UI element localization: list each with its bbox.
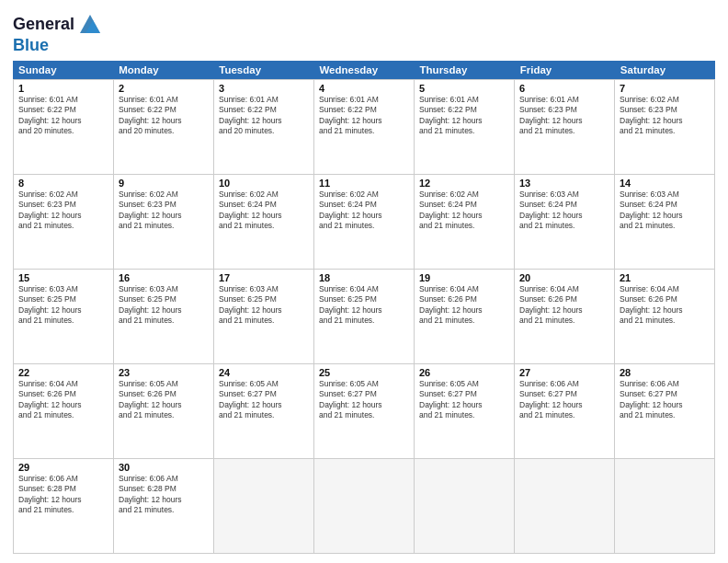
day-info: Sunrise: 6:05 AM Sunset: 6:27 PM Dayligh… bbox=[219, 379, 309, 421]
calendar-day-26: 26Sunrise: 6:05 AM Sunset: 6:27 PM Dayli… bbox=[415, 364, 515, 458]
day-number: 5 bbox=[419, 83, 509, 94]
day-info: Sunrise: 6:05 AM Sunset: 6:27 PM Dayligh… bbox=[419, 379, 509, 421]
calendar-day-6: 6Sunrise: 6:01 AM Sunset: 6:23 PM Daylig… bbox=[515, 80, 615, 174]
day-number: 28 bbox=[620, 367, 710, 378]
calendar-day-27: 27Sunrise: 6:06 AM Sunset: 6:27 PM Dayli… bbox=[515, 364, 615, 458]
calendar-day-20: 20Sunrise: 6:04 AM Sunset: 6:26 PM Dayli… bbox=[515, 270, 615, 363]
calendar-day-13: 13Sunrise: 6:03 AM Sunset: 6:24 PM Dayli… bbox=[515, 175, 615, 269]
day-info: Sunrise: 6:02 AM Sunset: 6:24 PM Dayligh… bbox=[419, 190, 509, 232]
weekday-header: Friday bbox=[515, 61, 615, 79]
day-info: Sunrise: 6:01 AM Sunset: 6:22 PM Dayligh… bbox=[18, 95, 108, 137]
day-info: Sunrise: 6:01 AM Sunset: 6:22 PM Dayligh… bbox=[419, 95, 509, 137]
calendar-empty-cell bbox=[314, 459, 415, 553]
day-number: 24 bbox=[219, 367, 309, 378]
day-number: 20 bbox=[519, 272, 609, 283]
day-info: Sunrise: 6:02 AM Sunset: 6:23 PM Dayligh… bbox=[620, 95, 710, 137]
day-info: Sunrise: 6:04 AM Sunset: 6:26 PM Dayligh… bbox=[18, 379, 108, 421]
calendar-row: 22Sunrise: 6:04 AM Sunset: 6:26 PM Dayli… bbox=[14, 364, 715, 459]
day-number: 21 bbox=[620, 272, 710, 283]
weekday-header: Tuesday bbox=[213, 61, 313, 79]
header: General Blue bbox=[13, 9, 715, 55]
day-number: 3 bbox=[219, 83, 309, 94]
calendar-day-5: 5Sunrise: 6:01 AM Sunset: 6:22 PM Daylig… bbox=[415, 80, 515, 174]
day-number: 23 bbox=[119, 367, 209, 378]
calendar-day-18: 18Sunrise: 6:04 AM Sunset: 6:25 PM Dayli… bbox=[314, 270, 415, 363]
logo: General Blue bbox=[13, 13, 104, 55]
day-number: 12 bbox=[419, 178, 509, 189]
day-number: 4 bbox=[319, 83, 409, 94]
day-number: 1 bbox=[18, 83, 108, 94]
day-info: Sunrise: 6:03 AM Sunset: 6:24 PM Dayligh… bbox=[519, 190, 609, 232]
day-info: Sunrise: 6:03 AM Sunset: 6:24 PM Dayligh… bbox=[620, 190, 710, 232]
calendar-day-7: 7Sunrise: 6:02 AM Sunset: 6:23 PM Daylig… bbox=[615, 80, 715, 174]
weekday-header: Sunday bbox=[13, 61, 113, 79]
day-number: 9 bbox=[119, 178, 209, 189]
day-info: Sunrise: 6:02 AM Sunset: 6:23 PM Dayligh… bbox=[18, 190, 108, 232]
day-info: Sunrise: 6:04 AM Sunset: 6:26 PM Dayligh… bbox=[419, 284, 509, 327]
weekday-header: Saturday bbox=[615, 61, 715, 79]
day-number: 27 bbox=[519, 367, 609, 378]
day-number: 16 bbox=[119, 272, 209, 283]
day-info: Sunrise: 6:03 AM Sunset: 6:25 PM Dayligh… bbox=[18, 284, 108, 327]
day-number: 13 bbox=[519, 178, 609, 189]
calendar-day-19: 19Sunrise: 6:04 AM Sunset: 6:26 PM Dayli… bbox=[415, 270, 515, 363]
calendar-day-2: 2Sunrise: 6:01 AM Sunset: 6:22 PM Daylig… bbox=[114, 80, 214, 174]
day-info: Sunrise: 6:03 AM Sunset: 6:25 PM Dayligh… bbox=[219, 284, 309, 327]
day-number: 18 bbox=[319, 272, 409, 283]
calendar-row: 15Sunrise: 6:03 AM Sunset: 6:25 PM Dayli… bbox=[14, 270, 715, 364]
day-info: Sunrise: 6:01 AM Sunset: 6:23 PM Dayligh… bbox=[519, 95, 609, 137]
day-info: Sunrise: 6:04 AM Sunset: 6:26 PM Dayligh… bbox=[519, 284, 609, 327]
day-info: Sunrise: 6:03 AM Sunset: 6:25 PM Dayligh… bbox=[119, 284, 209, 327]
day-number: 25 bbox=[319, 367, 409, 378]
day-number: 10 bbox=[219, 178, 309, 189]
calendar-row: 1Sunrise: 6:01 AM Sunset: 6:22 PM Daylig… bbox=[14, 80, 715, 175]
day-info: Sunrise: 6:02 AM Sunset: 6:24 PM Dayligh… bbox=[319, 190, 409, 232]
calendar-day-11: 11Sunrise: 6:02 AM Sunset: 6:24 PM Dayli… bbox=[314, 175, 415, 269]
calendar-day-9: 9Sunrise: 6:02 AM Sunset: 6:23 PM Daylig… bbox=[114, 175, 214, 269]
calendar-day-28: 28Sunrise: 6:06 AM Sunset: 6:27 PM Dayli… bbox=[615, 364, 715, 458]
calendar-day-21: 21Sunrise: 6:04 AM Sunset: 6:26 PM Dayli… bbox=[615, 270, 715, 363]
calendar-day-17: 17Sunrise: 6:03 AM Sunset: 6:25 PM Dayli… bbox=[214, 270, 314, 363]
calendar-day-1: 1Sunrise: 6:01 AM Sunset: 6:22 PM Daylig… bbox=[14, 80, 114, 174]
calendar-body: 1Sunrise: 6:01 AM Sunset: 6:22 PM Daylig… bbox=[13, 79, 715, 554]
day-info: Sunrise: 6:01 AM Sunset: 6:22 PM Dayligh… bbox=[119, 95, 209, 137]
calendar-day-4: 4Sunrise: 6:01 AM Sunset: 6:22 PM Daylig… bbox=[314, 80, 415, 174]
calendar-row: 29Sunrise: 6:06 AM Sunset: 6:28 PM Dayli… bbox=[14, 459, 715, 554]
day-info: Sunrise: 6:04 AM Sunset: 6:25 PM Dayligh… bbox=[319, 284, 409, 327]
logo-icon bbox=[76, 9, 104, 37]
day-number: 29 bbox=[18, 462, 108, 473]
day-number: 7 bbox=[620, 83, 710, 94]
calendar-empty-cell bbox=[515, 459, 615, 553]
calendar-day-22: 22Sunrise: 6:04 AM Sunset: 6:26 PM Dayli… bbox=[14, 364, 114, 458]
calendar-empty-cell bbox=[214, 459, 314, 553]
day-info: Sunrise: 6:05 AM Sunset: 6:27 PM Dayligh… bbox=[319, 379, 409, 421]
day-number: 26 bbox=[419, 367, 509, 378]
calendar-row: 8Sunrise: 6:02 AM Sunset: 6:23 PM Daylig… bbox=[14, 175, 715, 270]
day-info: Sunrise: 6:06 AM Sunset: 6:27 PM Dayligh… bbox=[620, 379, 710, 421]
calendar-day-29: 29Sunrise: 6:06 AM Sunset: 6:28 PM Dayli… bbox=[14, 459, 114, 553]
day-info: Sunrise: 6:01 AM Sunset: 6:22 PM Dayligh… bbox=[319, 95, 409, 137]
calendar-day-16: 16Sunrise: 6:03 AM Sunset: 6:25 PM Dayli… bbox=[114, 270, 214, 363]
calendar-day-24: 24Sunrise: 6:05 AM Sunset: 6:27 PM Dayli… bbox=[214, 364, 314, 458]
calendar-day-14: 14Sunrise: 6:03 AM Sunset: 6:24 PM Dayli… bbox=[615, 175, 715, 269]
day-number: 2 bbox=[119, 83, 209, 94]
day-number: 14 bbox=[620, 178, 710, 189]
logo-blue-text: Blue bbox=[13, 36, 49, 54]
calendar-day-10: 10Sunrise: 6:02 AM Sunset: 6:24 PM Dayli… bbox=[214, 175, 314, 269]
weekday-header: Wednesday bbox=[313, 61, 414, 79]
weekday-header: Monday bbox=[113, 61, 213, 79]
calendar-day-3: 3Sunrise: 6:01 AM Sunset: 6:22 PM Daylig… bbox=[214, 80, 314, 174]
day-number: 22 bbox=[18, 367, 108, 378]
calendar-day-15: 15Sunrise: 6:03 AM Sunset: 6:25 PM Dayli… bbox=[14, 270, 114, 363]
day-number: 6 bbox=[519, 83, 609, 94]
day-number: 8 bbox=[18, 178, 108, 189]
day-number: 11 bbox=[319, 178, 409, 189]
day-number: 19 bbox=[419, 272, 509, 283]
day-info: Sunrise: 6:04 AM Sunset: 6:26 PM Dayligh… bbox=[620, 284, 710, 327]
calendar: SundayMondayTuesdayWednesdayThursdayFrid… bbox=[13, 61, 715, 554]
calendar-day-30: 30Sunrise: 6:06 AM Sunset: 6:28 PM Dayli… bbox=[114, 459, 214, 553]
weekday-header: Thursday bbox=[415, 61, 515, 79]
day-info: Sunrise: 6:06 AM Sunset: 6:28 PM Dayligh… bbox=[119, 474, 209, 516]
logo-text: General bbox=[13, 16, 74, 34]
day-info: Sunrise: 6:02 AM Sunset: 6:23 PM Dayligh… bbox=[119, 190, 209, 232]
